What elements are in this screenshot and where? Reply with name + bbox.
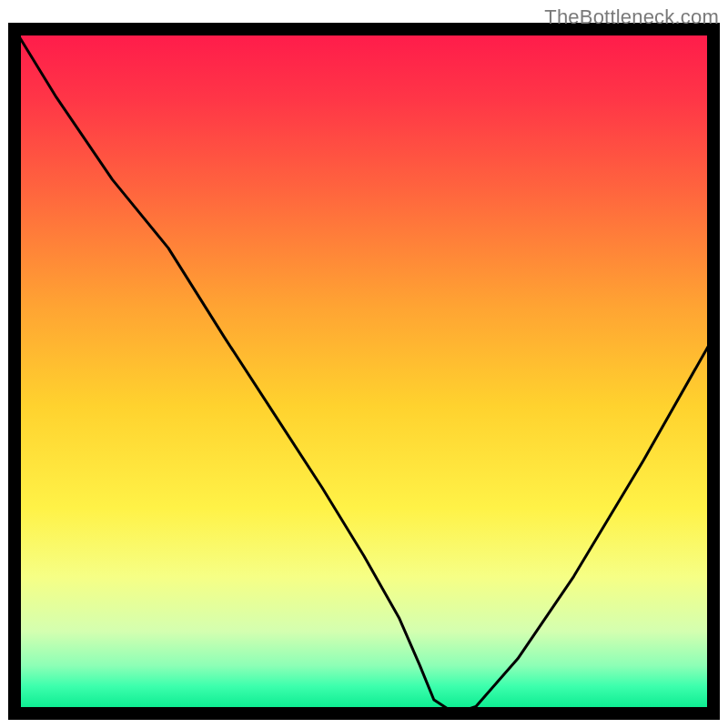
watermark-text: TheBottleneck.com — [544, 5, 719, 29]
bottleneck-chart — [0, 0, 728, 728]
chart-background-gradient — [15, 29, 713, 713]
chart-container: TheBottleneck.com — [0, 0, 728, 728]
